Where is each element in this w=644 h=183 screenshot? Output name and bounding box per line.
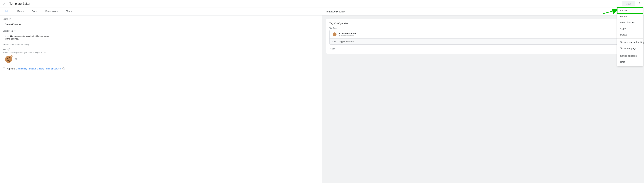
icon-delete-trash-icon[interactable] [14, 58, 17, 61]
tab-info[interactable]: Info [1, 8, 13, 15]
icon-preview-box[interactable] [3, 54, 19, 64]
menu-item-feedback[interactable]: Send Feedback [617, 53, 643, 59]
icon-label: Icon [3, 48, 6, 51]
tag-permissions-label: Tag permissions [338, 40, 354, 43]
tos-link[interactable]: Community Template Gallery Terms of Serv… [16, 67, 61, 70]
tab-tests[interactable]: Tests [62, 8, 76, 15]
tag-type-label: Tag Type [330, 27, 636, 29]
svg-point-4 [639, 5, 640, 6]
svg-point-7 [9, 57, 10, 58]
svg-point-3 [639, 4, 640, 4]
tag-permissions-row[interactable]: Tag permissions [330, 38, 636, 44]
tab-bar: Info Fields Code Permissions Tests [0, 8, 322, 16]
icon-help-icon[interactable]: ? [8, 48, 10, 51]
name-input[interactable] [3, 21, 51, 28]
svg-point-15 [335, 33, 335, 34]
svg-point-14 [334, 34, 334, 34]
agree-checkbox[interactable] [3, 67, 5, 70]
preview-header: Template Preview [322, 8, 644, 16]
svg-point-12 [12, 57, 13, 57]
svg-point-17 [335, 35, 336, 35]
menu-item-delete[interactable]: Delete [617, 32, 643, 38]
tag-config-card: Tag Configuration Tag Type Cookie Extend… [326, 19, 640, 54]
description-help-icon[interactable]: ? [14, 30, 16, 32]
menu-item-copy[interactable]: Copy [617, 26, 643, 32]
description-label: Description [3, 30, 13, 32]
menu-item-help[interactable]: Help [617, 59, 643, 65]
cookie-icon [4, 55, 13, 63]
svg-point-2 [639, 2, 640, 3]
svg-point-13 [333, 33, 336, 36]
description-remaining: 134/200 characters remaining [3, 43, 319, 46]
menu-item-import[interactable]: Import [617, 8, 643, 14]
page-title: Template Editor [10, 2, 30, 6]
description-textarea[interactable] [3, 33, 51, 42]
col-name: Name [330, 48, 336, 50]
menu-item-export[interactable]: Export [617, 14, 643, 20]
tag-config-title: Tag Configuration [330, 22, 636, 25]
tag-type-row[interactable]: Cookie Extender Custom Template [330, 30, 636, 38]
tag-subtitle: Custom Template [339, 35, 356, 37]
key-icon [332, 41, 336, 43]
svg-point-18 [333, 41, 334, 42]
name-label: Name [3, 18, 8, 20]
close-icon[interactable] [3, 2, 6, 6]
svg-point-5 [5, 56, 12, 63]
svg-point-8 [8, 60, 8, 61]
svg-point-11 [12, 55, 12, 56]
menu-item-show-advanced[interactable]: Show advanced settings [617, 39, 643, 45]
tab-code[interactable]: Code [28, 8, 41, 15]
svg-point-6 [7, 58, 8, 59]
svg-point-10 [9, 61, 10, 62]
menu-item-show-test[interactable]: Show test page [617, 45, 643, 51]
name-help-icon[interactable]: ? [9, 18, 12, 20]
icon-hint: Select only images that you have the rig… [3, 52, 319, 54]
tag-icon-cookie-icon [332, 32, 337, 37]
svg-point-9 [10, 60, 10, 61]
tab-permissions[interactable]: Permissions [41, 8, 62, 15]
tag-name: Cookie Extender [339, 32, 356, 35]
agree-prefix: Agree to [7, 67, 16, 70]
tab-fields[interactable]: Fields [13, 8, 28, 15]
agree-help-icon[interactable]: ? [62, 67, 65, 70]
save-button[interactable]: Save [622, 1, 635, 7]
more-menu: Import Export View changes Copy Delete S… [617, 7, 643, 66]
more-menu-icon[interactable] [637, 2, 641, 6]
svg-point-16 [334, 35, 334, 35]
menu-item-view-changes[interactable]: View changes [617, 20, 643, 26]
